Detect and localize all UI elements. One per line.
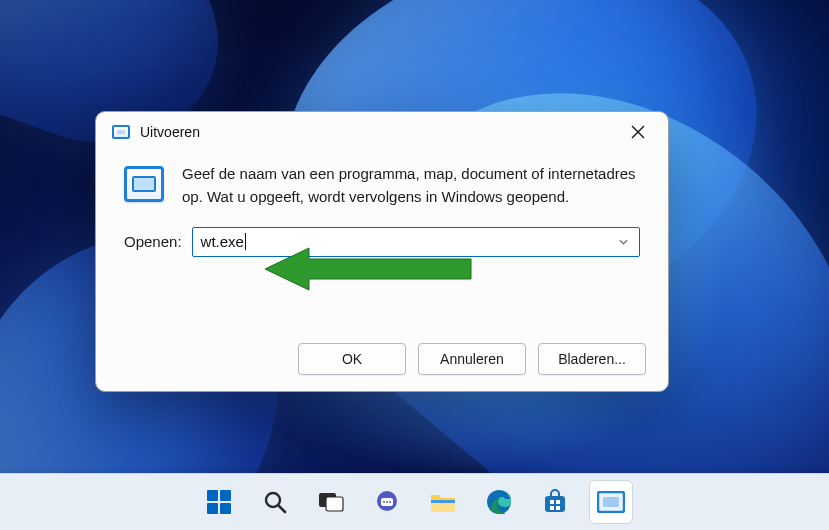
search-icon: [263, 490, 287, 514]
svg-point-9: [383, 501, 385, 503]
task-view-icon: [318, 491, 344, 513]
run-large-icon: [124, 166, 164, 202]
text-cursor: [245, 233, 246, 250]
run-dialog: Uitvoeren Geef de naam van een programma…: [95, 111, 669, 392]
dialog-button-row: OK Annuleren Bladeren...: [96, 327, 668, 391]
svg-point-10: [386, 501, 388, 503]
taskbar: [0, 473, 829, 530]
taskbar-start-button[interactable]: [197, 480, 241, 524]
close-icon: [631, 125, 645, 139]
open-combobox[interactable]: wt.exe: [192, 227, 640, 257]
close-button[interactable]: [620, 117, 656, 147]
chevron-down-icon[interactable]: [618, 233, 629, 250]
titlebar[interactable]: Uitvoeren: [96, 112, 668, 152]
svg-rect-15: [545, 496, 565, 512]
taskbar-run-button[interactable]: [589, 480, 633, 524]
dialog-title: Uitvoeren: [140, 124, 200, 140]
taskbar-edge-button[interactable]: [477, 480, 521, 524]
svg-rect-6: [326, 497, 343, 511]
taskbar-taskview-button[interactable]: [309, 480, 353, 524]
open-value: wt.exe: [201, 233, 244, 250]
windows-logo-icon: [207, 490, 231, 514]
browse-button[interactable]: Bladeren...: [538, 343, 646, 375]
file-explorer-icon: [429, 490, 457, 514]
ok-button[interactable]: OK: [298, 343, 406, 375]
taskbar-search-button[interactable]: [253, 480, 297, 524]
svg-rect-21: [603, 497, 619, 507]
svg-rect-16: [550, 500, 554, 504]
cancel-button[interactable]: Annuleren: [418, 343, 526, 375]
run-taskbar-icon: [597, 491, 625, 513]
taskbar-store-button[interactable]: [533, 480, 577, 524]
open-label: Openen:: [124, 233, 182, 250]
svg-rect-19: [556, 506, 560, 510]
taskbar-chat-button[interactable]: [365, 480, 409, 524]
chat-icon: [374, 489, 400, 515]
run-icon: [112, 125, 130, 139]
edge-icon: [486, 489, 512, 515]
svg-point-11: [389, 501, 391, 503]
dialog-description: Geef de naam van een programma, map, doc…: [182, 162, 640, 209]
store-icon: [542, 489, 568, 515]
svg-rect-17: [556, 500, 560, 504]
svg-line-4: [278, 506, 285, 513]
svg-rect-13: [431, 500, 455, 503]
svg-rect-18: [550, 506, 554, 510]
taskbar-explorer-button[interactable]: [421, 480, 465, 524]
